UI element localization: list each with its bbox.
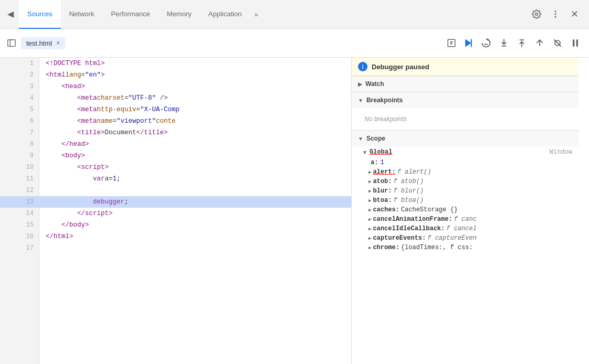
step-into-icon[interactable] (497, 36, 511, 50)
svg-rect-17 (573, 39, 574, 46)
right-panel: i Debugger paused ▶ Watch ▼ Breakpoints … (352, 58, 579, 364)
scope-global-label: Global (370, 148, 392, 156)
step-icon[interactable] (532, 36, 547, 50)
file-tab-close[interactable]: × (56, 39, 60, 47)
code-line-14: </script> (39, 208, 351, 219)
second-toolbar: test.html × (0, 29, 589, 58)
scope-label: Scope (366, 135, 385, 142)
breakpoints-header[interactable]: ▼ Breakpoints (352, 92, 579, 108)
code-line-7: <title>Document</title> (39, 127, 351, 138)
code-line-6: <meta name="viewport" conte (39, 115, 351, 127)
settings-icon[interactable] (528, 6, 545, 23)
watch-triangle: ▶ (358, 81, 362, 87)
line-16: 16 (0, 231, 39, 242)
deactivate-breakpoints-icon[interactable] (550, 36, 565, 50)
scope-item-blur[interactable]: ▶ blur: f blur() (352, 186, 579, 196)
format-icon[interactable] (444, 36, 459, 50)
line-13: 13 (0, 196, 39, 208)
code-line-8: </head> (39, 138, 351, 150)
scope-item-captureEvents[interactable]: ▶ captureEvents: f captureEven (352, 233, 579, 243)
line-8: 8 (0, 138, 39, 150)
scope-item-cancelAnimationFrame[interactable]: ▶ cancelAnimationFrame: f canc (352, 215, 579, 224)
code-line-13: debugger; (39, 196, 351, 208)
debug-toolbar (461, 36, 585, 50)
caches-label: caches: (373, 206, 399, 213)
code-line-3: <head> (39, 81, 351, 92)
step-over-icon[interactable] (479, 36, 493, 50)
scope-item-a: a: 1 (352, 158, 579, 167)
scope-global-expand[interactable]: ▼ (362, 149, 367, 155)
code-line-10: <script> (39, 162, 351, 173)
svg-point-1 (555, 10, 556, 12)
code-line-2: <html lang="en"> (39, 69, 351, 81)
line-12: 12 (0, 185, 39, 196)
line-6: 6 (0, 115, 39, 127)
tab-performance[interactable]: Performance (102, 0, 158, 29)
code-line-17 (39, 242, 351, 254)
main-area: 1 2 3 4 5 6 7 8 9 10 11 12 13 14 15 16 1… (0, 58, 589, 364)
code-line-16: </html> (39, 231, 351, 242)
code-editor[interactable]: <!DOCTYPE html> <html lang="en"> <head> … (39, 58, 352, 364)
tab-memory[interactable]: Memory (159, 0, 200, 29)
code-line-4: <meta charset="UTF-8" /> (39, 92, 351, 104)
line-4: 4 (0, 92, 39, 104)
tab-bar-icons: ✕ (528, 6, 587, 23)
scope-item-btoa[interactable]: ▶ btoa: f btoa() (352, 196, 579, 205)
breakpoints-triangle: ▼ (358, 98, 363, 103)
watch-header[interactable]: ▶ Watch (352, 76, 579, 92)
line-3: 3 (0, 81, 39, 92)
line-11: 11 (0, 173, 39, 185)
line-1: 1 (0, 58, 39, 69)
breakpoints-content: No breakpoints (352, 108, 579, 130)
line-2: 2 (0, 69, 39, 81)
code-line-11: var a = 1; (39, 173, 351, 185)
watch-section: ▶ Watch (352, 76, 579, 92)
line-5: 5 (0, 104, 39, 115)
scope-item-cancelIdleCallback[interactable]: ▶ cancelIdleCallback: f cancel (352, 224, 579, 233)
scope-item-alert[interactable]: ▶ alert: f alert() (352, 167, 579, 177)
tab-more[interactable]: » (250, 10, 262, 18)
svg-point-0 (535, 13, 538, 16)
scope-header[interactable]: ▼ Scope (352, 131, 579, 146)
tab-application[interactable]: Application (200, 0, 250, 29)
scope-content: ▼ Global Window a: 1 ▶ alert: f alert() (352, 146, 579, 364)
scope-section: ▼ Scope ▼ Global Window a: 1 (352, 131, 579, 364)
debug-banner-text: Debugger paused (372, 63, 429, 71)
file-tab-name: test.html (26, 39, 52, 47)
tab-back[interactable]: ◀ (2, 0, 19, 29)
tab-bar: ◀ Sources Network Performance Memory App… (0, 0, 589, 29)
sidebar-toggle-icon[interactable] (4, 36, 19, 50)
scope-global-type: Window (550, 148, 572, 156)
scope-triangle: ▼ (358, 136, 363, 142)
line-10: 10 (0, 162, 39, 173)
code-line-1: <!DOCTYPE html> (39, 58, 351, 69)
close-devtools-icon[interactable]: ✕ (566, 6, 583, 23)
info-icon: i (358, 62, 367, 71)
pause-on-exceptions-icon[interactable] (568, 36, 583, 50)
no-breakpoints-text: No breakpoints (352, 111, 579, 127)
scope-item-atob[interactable]: ▶ atob: f atob() (352, 177, 579, 186)
line-15: 15 (0, 219, 39, 231)
svg-point-3 (555, 16, 556, 18)
debug-banner: i Debugger paused (352, 58, 579, 76)
code-line-12 (39, 185, 351, 196)
resume-icon[interactable] (461, 36, 476, 50)
more-options-icon[interactable] (547, 6, 564, 23)
file-tab[interactable]: test.html × (21, 37, 65, 49)
scope-item-chrome[interactable]: ▶ chrome: {loadTimes:, f css: (352, 243, 579, 252)
line-17: 17 (0, 242, 39, 254)
step-out-icon[interactable] (514, 36, 529, 50)
scope-global-row: ▼ Global Window (352, 146, 579, 158)
scope-item-caches[interactable]: ▶ caches: CacheStorage {} (352, 205, 579, 215)
line-14: 14 (0, 208, 39, 219)
watch-label: Watch (365, 80, 384, 88)
tab-network[interactable]: Network (61, 0, 103, 29)
svg-marker-7 (465, 39, 471, 47)
svg-rect-18 (576, 39, 578, 46)
tab-sources[interactable]: Sources (19, 0, 61, 29)
line-7: 7 (0, 127, 39, 138)
line-9: 9 (0, 150, 39, 162)
breakpoints-section: ▼ Breakpoints No breakpoints (352, 92, 579, 131)
breakpoints-label: Breakpoints (366, 97, 403, 104)
line-numbers: 1 2 3 4 5 6 7 8 9 10 11 12 13 14 15 16 1… (0, 58, 39, 364)
